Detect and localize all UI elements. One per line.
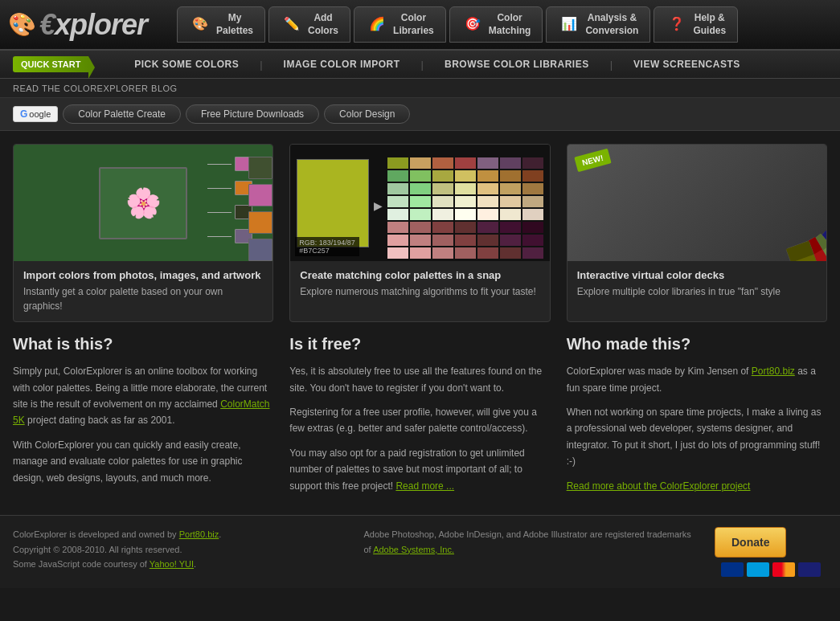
- what-heading: What is this?: [13, 335, 273, 353]
- analysis-icon: 📊: [558, 14, 580, 36]
- fan-deck-svg: [601, 145, 826, 261]
- card-title-matching: Create matching color palettes in a snap: [300, 269, 539, 281]
- feature-cards-row: 🌸: [0, 131, 840, 335]
- tab-label: ColorLibraries: [393, 12, 434, 37]
- free-para3: You may also opt for a paid registration…: [289, 445, 550, 494]
- help-icon: ❓: [666, 14, 688, 36]
- who-para2: When not working on spare time projects,…: [567, 404, 827, 470]
- card-body-matching: Create matching color palettes in a snap…: [290, 261, 549, 307]
- who-para3: Read more about the ColorExplorer projec…: [567, 478, 827, 494]
- logo: 🎨 €xplorer: [8, 8, 169, 42]
- who-para1: ColorExplorer was made by Kim Jensen of …: [567, 363, 827, 396]
- tab-label: ColorMatching: [489, 12, 531, 37]
- card-image-import: 🌸: [14, 145, 272, 261]
- header: 🎨 €xplorer 🎨 MyPalettes ✏️ AddColors 🌈 C…: [0, 0, 840, 51]
- footer-col1: ColorExplorer is developed and owned by …: [13, 527, 348, 572]
- qs-pick-colors[interactable]: PICK SOME COLORS: [129, 55, 244, 73]
- footer-col2: Adobe Photoshop, Adobe InDesign, and Ado…: [364, 527, 699, 557]
- donate-payment-icons: [715, 562, 827, 577]
- rgb-label: RGB: 183/194/87#B7C257: [295, 237, 359, 256]
- tab-help[interactable]: ❓ Help &Guides: [654, 6, 738, 43]
- divider: |: [260, 59, 262, 71]
- port80-link[interactable]: Port80.biz: [752, 366, 795, 377]
- logo-text: €xplorer: [39, 8, 147, 42]
- section-who-made-this: Who made this? ColorExplorer was made by…: [567, 335, 827, 502]
- library-icon: 🌈: [366, 14, 388, 36]
- search-tabs: Google Color Palette Create Free Picture…: [0, 98, 840, 131]
- section-is-it-free: Is it free? Yes, it is absolutely free t…: [289, 335, 550, 502]
- qs-view-screencasts[interactable]: VIEW SCREENCASTS: [629, 55, 745, 73]
- google-icon: G: [20, 108, 27, 120]
- tab-analysis[interactable]: 📊 Analysis &Conversion: [546, 6, 650, 43]
- footer-adobe-link[interactable]: Adobe Systems, Inc.: [373, 545, 454, 554]
- qs-image-color[interactable]: IMAGE COLOR IMPORT: [279, 55, 405, 73]
- footer-donate-area: Donate: [715, 527, 827, 577]
- section-what-is-this: What is this? Simply put, ColorExplorer …: [13, 335, 273, 502]
- tab-label: Analysis &Conversion: [585, 12, 638, 37]
- search-tab-color-design[interactable]: Color Design: [324, 104, 410, 124]
- card-title-import: Import colors from photos, images, and a…: [23, 269, 263, 281]
- footer-adobe: Adobe Photoshop, Adobe InDesign, and Ado…: [364, 529, 691, 554]
- divider: |: [610, 59, 613, 71]
- tab-label: Help &Guides: [693, 12, 726, 37]
- who-heading: Who made this?: [567, 335, 827, 353]
- footer-port80-link[interactable]: Port80.biz: [179, 529, 219, 539]
- flower-image: 🌸: [14, 145, 272, 261]
- footer-developed-by: ColorExplorer is developed and owned by …: [13, 529, 221, 539]
- card-desc-decks: Explore multiple color libraries in true…: [577, 284, 817, 299]
- card-body-decks: Interactive virtual color decks Explore …: [568, 261, 826, 307]
- swatch-grid: [387, 157, 543, 259]
- free-para1: Yes, it is absolutely free to use all th…: [289, 363, 550, 396]
- footer: ColorExplorer is developed and owned by …: [0, 515, 840, 588]
- add-icon: ✏️: [281, 14, 303, 36]
- content-sections: What is this? Simply put, ColorExplorer …: [0, 335, 840, 515]
- tab-label: MyPalettes: [216, 12, 253, 37]
- blog-bar: READ THE COLOREXPLORER BLOG: [0, 79, 840, 98]
- tab-my-palettes[interactable]: 🎨 MyPalettes: [177, 6, 265, 43]
- card-matching-palettes: ▶ RGB: 183/194/87#B7C257 Create matching…: [289, 144, 550, 322]
- footer-copyright: Copyright © 2008-2010. All rights reserv…: [13, 545, 182, 554]
- quickstart-bar: QUICK START PICK SOME COLORS | IMAGE COL…: [0, 51, 840, 79]
- read-more-colorexplorer-link[interactable]: Read more about the ColorExplorer projec…: [567, 480, 751, 492]
- tab-color-libraries[interactable]: 🌈 ColorLibraries: [354, 6, 446, 43]
- palette-icon: 🎨: [189, 14, 211, 36]
- donate-button[interactable]: Donate: [715, 527, 786, 558]
- logo-icon: 🎨: [8, 11, 36, 38]
- tab-add-colors[interactable]: ✏️ AddColors: [268, 6, 350, 43]
- card-image-decks: NEW!: [568, 145, 826, 261]
- google-badge: Google: [13, 106, 58, 122]
- divider: |: [421, 59, 424, 71]
- card-virtual-decks: NEW!: [567, 144, 827, 322]
- matching-icon: 🎯: [461, 14, 484, 36]
- qs-browse-libraries[interactable]: BROWSE COLOR LIBRARIES: [440, 55, 594, 73]
- card-desc-matching: Explore numerous matching algorithms to …: [300, 284, 539, 299]
- colormatch-link[interactable]: ColorMatch 5K: [13, 398, 269, 426]
- card-import-colors: 🌸: [13, 144, 273, 322]
- search-tab-picture-downloads[interactable]: Free Picture Downloads: [186, 104, 319, 124]
- nav-tabs: 🎨 MyPalettes ✏️ AddColors 🌈 ColorLibrari…: [177, 6, 832, 43]
- search-tab-palette-create[interactable]: Color Palette Create: [63, 104, 181, 124]
- card-image-matching: ▶ RGB: 183/194/87#B7C257: [290, 145, 549, 261]
- card-body-import: Import colors from photos, images, and a…: [14, 261, 272, 321]
- quickstart-badge: QUICK START: [13, 56, 88, 72]
- tab-color-matching[interactable]: 🎯 ColorMatching: [449, 6, 543, 43]
- tab-label: AddColors: [308, 12, 338, 37]
- free-heading: Is it free?: [289, 335, 550, 353]
- footer-yui-link[interactable]: Yahoo! YUI: [150, 559, 194, 569]
- what-para1: Simply put, ColorExplorer is an online t…: [13, 363, 273, 429]
- what-para2: With ColorExplorer you can quickly and e…: [13, 437, 273, 486]
- read-more-link[interactable]: Read more ...: [395, 480, 454, 492]
- card-title-decks: Interactive virtual color decks: [577, 269, 817, 281]
- blog-link[interactable]: READ THE COLOREXPLORER BLOG: [13, 84, 178, 93]
- card-desc-import: Instantly get a color palette based on y…: [23, 284, 263, 313]
- free-para2: Registering for a free user profile, how…: [289, 404, 550, 437]
- footer-yui: Some JavaScript code courtesy of Yahoo! …: [13, 559, 196, 569]
